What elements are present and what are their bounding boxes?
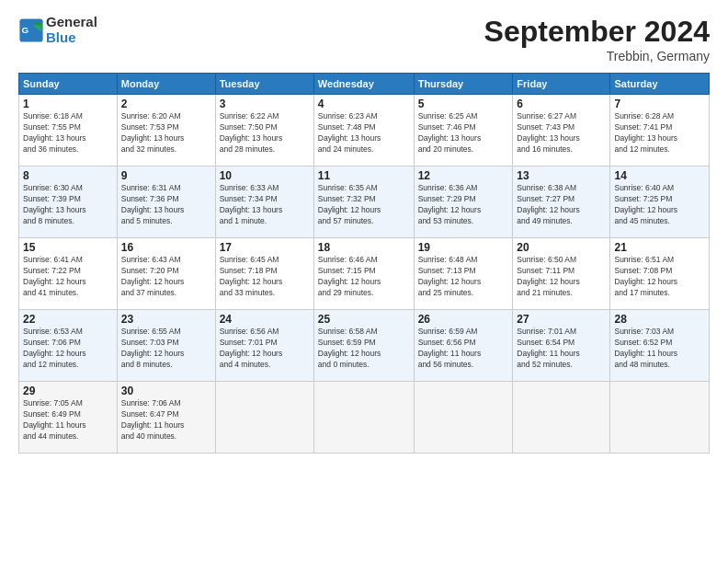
logo-text-general: General <box>46 15 97 30</box>
day-info: Sunrise: 6:40 AM Sunset: 7:25 PM Dayligh… <box>614 183 705 227</box>
day-info: Sunrise: 6:45 AM Sunset: 7:18 PM Dayligh… <box>220 255 310 299</box>
month-title: September 2024 <box>484 15 710 49</box>
page: G General Blue September 2024 Trebbin, G… <box>0 0 728 563</box>
header: G General Blue September 2024 Trebbin, G… <box>18 15 710 63</box>
calendar-week-row: 8Sunrise: 6:30 AM Sunset: 7:39 PM Daylig… <box>19 167 710 238</box>
day-info: Sunrise: 6:28 AM Sunset: 7:41 PM Dayligh… <box>614 111 705 155</box>
day-info: Sunrise: 6:48 AM Sunset: 7:13 PM Dayligh… <box>418 255 509 299</box>
day-info: Sunrise: 6:46 AM Sunset: 7:15 PM Dayligh… <box>318 255 410 299</box>
table-row: 14Sunrise: 6:40 AM Sunset: 7:25 PM Dayli… <box>610 167 710 238</box>
day-number: 13 <box>517 169 606 182</box>
day-number: 16 <box>121 241 211 254</box>
table-row <box>610 382 710 454</box>
day-info: Sunrise: 6:35 AM Sunset: 7:32 PM Dayligh… <box>318 183 410 227</box>
day-number: 26 <box>418 313 509 326</box>
day-info: Sunrise: 6:25 AM Sunset: 7:46 PM Dayligh… <box>418 111 509 155</box>
day-info: Sunrise: 6:43 AM Sunset: 7:20 PM Dayligh… <box>121 255 211 299</box>
day-number: 29 <box>23 385 113 397</box>
logo: G General Blue <box>18 15 97 45</box>
day-info: Sunrise: 6:27 AM Sunset: 7:43 PM Dayligh… <box>517 111 606 155</box>
day-number: 28 <box>614 313 705 326</box>
table-row: 20Sunrise: 6:50 AM Sunset: 7:11 PM Dayli… <box>513 238 610 310</box>
table-row: 5Sunrise: 6:25 AM Sunset: 7:46 PM Daylig… <box>414 95 513 167</box>
table-row: 11Sunrise: 6:35 AM Sunset: 7:32 PM Dayli… <box>313 167 414 238</box>
table-row: 30Sunrise: 7:06 AM Sunset: 6:47 PM Dayli… <box>117 382 215 454</box>
table-row: 26Sunrise: 6:59 AM Sunset: 6:56 PM Dayli… <box>414 310 513 382</box>
table-row <box>414 382 513 454</box>
day-number: 15 <box>23 241 113 254</box>
table-row: 27Sunrise: 7:01 AM Sunset: 6:54 PM Dayli… <box>513 310 610 382</box>
table-row <box>513 382 610 454</box>
table-row: 16Sunrise: 6:43 AM Sunset: 7:20 PM Dayli… <box>117 238 215 310</box>
logo-icon: G <box>18 17 44 43</box>
table-row: 19Sunrise: 6:48 AM Sunset: 7:13 PM Dayli… <box>414 238 513 310</box>
day-info: Sunrise: 6:55 AM Sunset: 7:03 PM Dayligh… <box>121 327 211 371</box>
day-info: Sunrise: 6:33 AM Sunset: 7:34 PM Dayligh… <box>220 183 310 227</box>
calendar-week-row: 15Sunrise: 6:41 AM Sunset: 7:22 PM Dayli… <box>19 238 710 310</box>
day-info: Sunrise: 6:53 AM Sunset: 7:06 PM Dayligh… <box>23 327 113 371</box>
table-row <box>313 382 414 454</box>
day-number: 25 <box>318 313 410 326</box>
day-info: Sunrise: 7:01 AM Sunset: 6:54 PM Dayligh… <box>517 327 606 371</box>
table-row: 4Sunrise: 6:23 AM Sunset: 7:48 PM Daylig… <box>313 95 414 167</box>
col-thursday: Thursday <box>414 74 513 95</box>
col-wednesday: Wednesday <box>313 74 414 95</box>
day-info: Sunrise: 6:31 AM Sunset: 7:36 PM Dayligh… <box>121 183 211 227</box>
day-number: 5 <box>418 98 509 110</box>
day-number: 18 <box>318 241 410 254</box>
logo-text-blue: Blue <box>46 30 97 46</box>
day-info: Sunrise: 7:05 AM Sunset: 6:49 PM Dayligh… <box>23 398 113 442</box>
table-row: 8Sunrise: 6:30 AM Sunset: 7:39 PM Daylig… <box>19 167 118 238</box>
day-info: Sunrise: 6:20 AM Sunset: 7:53 PM Dayligh… <box>121 111 211 155</box>
day-number: 4 <box>318 98 410 110</box>
calendar-header-row: Sunday Monday Tuesday Wednesday Thursday… <box>19 74 710 95</box>
day-number: 6 <box>517 98 606 110</box>
location: Trebbin, Germany <box>484 49 710 63</box>
col-friday: Friday <box>513 74 610 95</box>
day-number: 8 <box>23 169 113 182</box>
table-row: 1Sunrise: 6:18 AM Sunset: 7:55 PM Daylig… <box>19 95 118 167</box>
col-sunday: Sunday <box>19 74 118 95</box>
day-info: Sunrise: 6:51 AM Sunset: 7:08 PM Dayligh… <box>614 255 705 299</box>
table-row: 24Sunrise: 6:56 AM Sunset: 7:01 PM Dayli… <box>215 310 313 382</box>
table-row: 9Sunrise: 6:31 AM Sunset: 7:36 PM Daylig… <box>117 167 215 238</box>
day-number: 22 <box>23 313 113 326</box>
table-row: 15Sunrise: 6:41 AM Sunset: 7:22 PM Dayli… <box>19 238 118 310</box>
day-info: Sunrise: 6:50 AM Sunset: 7:11 PM Dayligh… <box>517 255 606 299</box>
day-info: Sunrise: 6:23 AM Sunset: 7:48 PM Dayligh… <box>318 111 410 155</box>
day-number: 19 <box>418 241 509 254</box>
day-number: 21 <box>614 241 705 254</box>
calendar-table: Sunday Monday Tuesday Wednesday Thursday… <box>18 73 710 454</box>
table-row: 21Sunrise: 6:51 AM Sunset: 7:08 PM Dayli… <box>610 238 710 310</box>
table-row: 7Sunrise: 6:28 AM Sunset: 7:41 PM Daylig… <box>610 95 710 167</box>
table-row: 25Sunrise: 6:58 AM Sunset: 6:59 PM Dayli… <box>313 310 414 382</box>
calendar-week-row: 29Sunrise: 7:05 AM Sunset: 6:49 PM Dayli… <box>19 382 710 454</box>
table-row: 13Sunrise: 6:38 AM Sunset: 7:27 PM Dayli… <box>513 167 610 238</box>
day-number: 27 <box>517 313 606 326</box>
col-saturday: Saturday <box>610 74 710 95</box>
table-row: 10Sunrise: 6:33 AM Sunset: 7:34 PM Dayli… <box>215 167 313 238</box>
day-number: 1 <box>23 98 113 110</box>
day-number: 12 <box>418 169 509 182</box>
day-number: 11 <box>318 169 410 182</box>
col-monday: Monday <box>117 74 215 95</box>
col-tuesday: Tuesday <box>215 74 313 95</box>
day-info: Sunrise: 6:56 AM Sunset: 7:01 PM Dayligh… <box>220 327 310 371</box>
svg-text:G: G <box>22 24 29 34</box>
day-number: 10 <box>220 169 310 182</box>
day-number: 7 <box>614 98 705 110</box>
table-row <box>215 382 313 454</box>
day-number: 20 <box>517 241 606 254</box>
day-info: Sunrise: 6:30 AM Sunset: 7:39 PM Dayligh… <box>23 183 113 227</box>
day-number: 30 <box>121 385 211 397</box>
day-info: Sunrise: 6:18 AM Sunset: 7:55 PM Dayligh… <box>23 111 113 155</box>
table-row: 6Sunrise: 6:27 AM Sunset: 7:43 PM Daylig… <box>513 95 610 167</box>
day-number: 24 <box>220 313 310 326</box>
table-row: 22Sunrise: 6:53 AM Sunset: 7:06 PM Dayli… <box>19 310 118 382</box>
day-number: 17 <box>220 241 310 254</box>
day-info: Sunrise: 6:59 AM Sunset: 6:56 PM Dayligh… <box>418 327 509 371</box>
table-row: 29Sunrise: 7:05 AM Sunset: 6:49 PM Dayli… <box>19 382 118 454</box>
table-row: 3Sunrise: 6:22 AM Sunset: 7:50 PM Daylig… <box>215 95 313 167</box>
day-info: Sunrise: 6:36 AM Sunset: 7:29 PM Dayligh… <box>418 183 509 227</box>
day-number: 2 <box>121 98 211 110</box>
